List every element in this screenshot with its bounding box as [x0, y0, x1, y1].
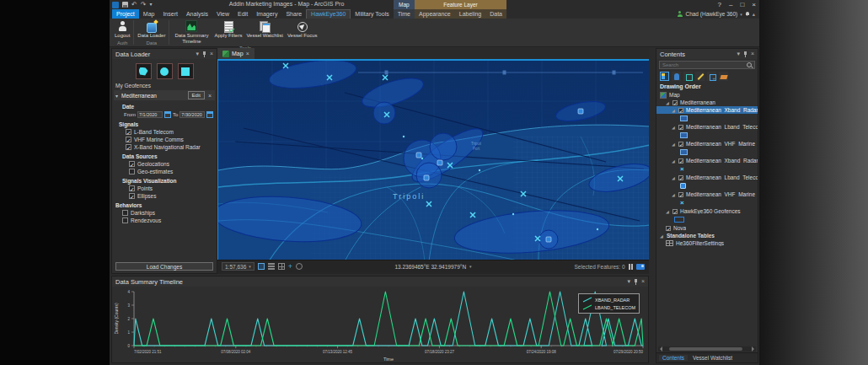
- map-view-tab[interactable]: Map ×: [217, 48, 255, 59]
- tab-map[interactable]: Map: [139, 9, 159, 19]
- expander-icon[interactable]: ◢: [672, 175, 676, 180]
- minimize-button[interactable]: –: [729, 0, 732, 9]
- expander-icon[interactable]: ◢: [672, 108, 676, 113]
- tab-share[interactable]: Share: [281, 9, 306, 19]
- layer-checkbox[interactable]: ✓: [678, 108, 683, 113]
- pane-menu-icon[interactable]: ▾: [196, 49, 199, 59]
- square-symbol-swatch[interactable]: [680, 183, 686, 189]
- camera-icon[interactable]: [636, 264, 645, 270]
- data-loader-button[interactable]: Data Loader: [136, 19, 167, 40]
- vessel-focus-button[interactable]: Vessel Focus: [286, 19, 319, 40]
- layer-checkbox[interactable]: ✓: [666, 226, 671, 231]
- checkbox-points[interactable]: ✓: [129, 185, 135, 191]
- x-symbol-swatch[interactable]: ×: [680, 166, 684, 173]
- layer-checkbox[interactable]: ✓: [678, 192, 683, 197]
- tab-labeling[interactable]: Labeling: [455, 9, 485, 19]
- layer-item-mediterranean-lband-telecom-geolocation-point[interactable]: ◢✓Mediterranean_Lband_Telecom_Geolocatio…: [656, 174, 758, 181]
- layer-checkbox[interactable]: ✓: [672, 209, 678, 214]
- pin-icon[interactable]: [202, 51, 206, 57]
- layer-checkbox[interactable]: ✓: [678, 125, 683, 130]
- globe-icon[interactable]: [296, 263, 303, 270]
- tab-view[interactable]: View: [212, 9, 233, 19]
- checkbox-geo-estimates[interactable]: [129, 169, 135, 174]
- add-data-icon[interactable]: +: [288, 263, 292, 270]
- checkbox-darkships[interactable]: [122, 210, 128, 216]
- undo-icon[interactable]: ↶: [131, 1, 137, 8]
- close-button[interactable]: ×: [752, 0, 756, 9]
- pane-menu-icon[interactable]: ▾: [737, 49, 740, 59]
- tree-item-standalone-tables[interactable]: ◢Standalone Tables: [656, 232, 758, 239]
- scroll-right-icon[interactable]: [752, 346, 754, 352]
- select-tool-icon[interactable]: [258, 263, 265, 270]
- symbol-row-mediterranean-lband-telecom-geolocation-ellipse[interactable]: [656, 131, 758, 140]
- notifications-icon[interactable]: [745, 12, 750, 17]
- search-input[interactable]: [662, 62, 747, 67]
- list-by-editing-icon[interactable]: [695, 72, 705, 81]
- checkbox-row-points[interactable]: ✓Points: [129, 185, 217, 191]
- symbol-row-mediterranean-lband-telecom-geolocation-point[interactable]: [656, 181, 758, 191]
- tab-data[interactable]: Data: [485, 9, 506, 19]
- expander-icon[interactable]: ◢: [672, 158, 676, 164]
- timeline-chart[interactable]: 012347/02/2020 21:5107/08/2020 02:0407/1…: [112, 287, 648, 362]
- symbol-row-mediterranean-vhf-marine-comms-geolocation-point[interactable]: ×: [656, 198, 758, 207]
- expander-icon[interactable]: ◢: [666, 100, 670, 105]
- redo-icon[interactable]: ↷: [141, 1, 147, 8]
- tree-item-nova[interactable]: ✓Nova: [656, 224, 758, 232]
- draw-circle-geofence-button[interactable]: [157, 63, 173, 79]
- layer-item-mediterranean-xband-radar-geolocation-ellipse[interactable]: ◢✓Mediterranean_Xband_Radar_Geolocation_…: [656, 106, 758, 114]
- qat-dropdown-icon[interactable]: ▾: [149, 1, 152, 8]
- checkbox-x-band-navigational-radar[interactable]: ✓: [126, 144, 131, 150]
- scale-selector[interactable]: 1:57,636 ▾: [222, 262, 255, 271]
- vessel-watchlist-button[interactable]: Vessel Watchlist: [244, 19, 284, 40]
- tab-time[interactable]: Time: [394, 9, 415, 19]
- from-calendar-icon[interactable]: [164, 111, 171, 118]
- layer-item-mediterranean-vhf-marine-comms-geolocation-point[interactable]: ◢✓Mediterranean_VHF_Marine_Comms_Geoloca…: [656, 191, 758, 198]
- pane-menu-icon[interactable]: ▾: [627, 276, 630, 287]
- coordinate-readout[interactable]: 13.2369465°E 32.9419979°N ▾: [394, 264, 471, 270]
- draw-rectangle-geofence-button[interactable]: [178, 63, 194, 79]
- tree-item-hawkeye360-geofences[interactable]: ◢✓HawkEye360 Geofences: [656, 207, 758, 215]
- tree-item-mediterranean[interactable]: ◢✓Mediterranean: [656, 99, 758, 106]
- data-summary-timeline-button[interactable]: Data Summary Timeline: [171, 19, 212, 45]
- checkbox-row-vhf-marine-comms[interactable]: ✓VHF Marine Comms: [126, 137, 217, 142]
- expander-icon[interactable]: ◢: [666, 209, 670, 214]
- tab-imagery[interactable]: Imagery: [252, 9, 281, 19]
- pane-tab-vessel-watchlist[interactable]: Vessel Watchlist: [689, 355, 736, 361]
- close-pane-icon[interactable]: ×: [751, 49, 754, 59]
- expander-icon[interactable]: ◢: [672, 192, 676, 197]
- ellipse-symbol-swatch[interactable]: [680, 115, 688, 121]
- layer-item-mediterranean-vhf-marine-comms-geolocation-ellipse[interactable]: ◢✓Mediterranean_VHF_Marine_Comms_Geoloca…: [656, 140, 758, 148]
- remove-geofence-icon[interactable]: ×: [206, 93, 213, 99]
- symbol-row-hawkeye360-geofences[interactable]: [656, 215, 758, 224]
- layer-checkbox[interactable]: ✓: [678, 142, 683, 147]
- tree-item-he360filtersettings[interactable]: He360FilterSettings: [656, 239, 758, 247]
- expander-icon[interactable]: ◢: [660, 233, 664, 239]
- tab-insert[interactable]: Insert: [158, 9, 182, 19]
- apply-filters-button[interactable]: Apply Filters: [212, 19, 244, 40]
- geofence-expander-icon[interactable]: ▾: [115, 93, 118, 99]
- ellipse-symbol-swatch[interactable]: [680, 149, 688, 155]
- list-by-drawing-order-icon[interactable]: [660, 72, 669, 81]
- checkbox-vhf-marine-comms[interactable]: ✓: [126, 137, 131, 142]
- tab-hawkeye360[interactable]: HawkEye360: [306, 9, 351, 19]
- close-pane-icon[interactable]: ×: [641, 276, 645, 287]
- logout-button[interactable]: Logout: [113, 19, 131, 40]
- scrollbar-thumb[interactable]: [669, 347, 742, 351]
- checkbox-row-x-band-navigational-radar[interactable]: ✓X-Band Navigational Radar: [126, 144, 217, 150]
- checkbox-rendezvous[interactable]: [122, 217, 128, 223]
- pause-icon[interactable]: [629, 264, 634, 270]
- list-by-data-source-icon[interactable]: [672, 72, 681, 81]
- user-name[interactable]: Chad (HawkEye 360): [685, 11, 737, 17]
- attribute-table-icon[interactable]: [278, 263, 285, 270]
- layer-checkbox[interactable]: ✓: [678, 175, 683, 180]
- load-changes-button[interactable]: Load Changes: [115, 262, 213, 271]
- layer-item-mediterranean-xband-radar-geolocation-point[interactable]: ◢✓Mediterranean_Xband_Radar_Geolocation_…: [656, 157, 758, 164]
- collapse-ribbon-icon[interactable]: ▴: [753, 11, 755, 18]
- list-by-selection-icon[interactable]: [683, 72, 693, 81]
- checkbox-row-l-band-telecom[interactable]: ✓L-Band Telecom: [126, 129, 217, 135]
- tab-edit[interactable]: Edit: [233, 9, 252, 19]
- list-by-snapping-icon[interactable]: [707, 72, 716, 81]
- pin-icon[interactable]: [743, 51, 747, 57]
- geofence-row[interactable]: ▾ Mediterranean Edit ×: [114, 90, 215, 100]
- expander-icon[interactable]: ◢: [672, 125, 676, 130]
